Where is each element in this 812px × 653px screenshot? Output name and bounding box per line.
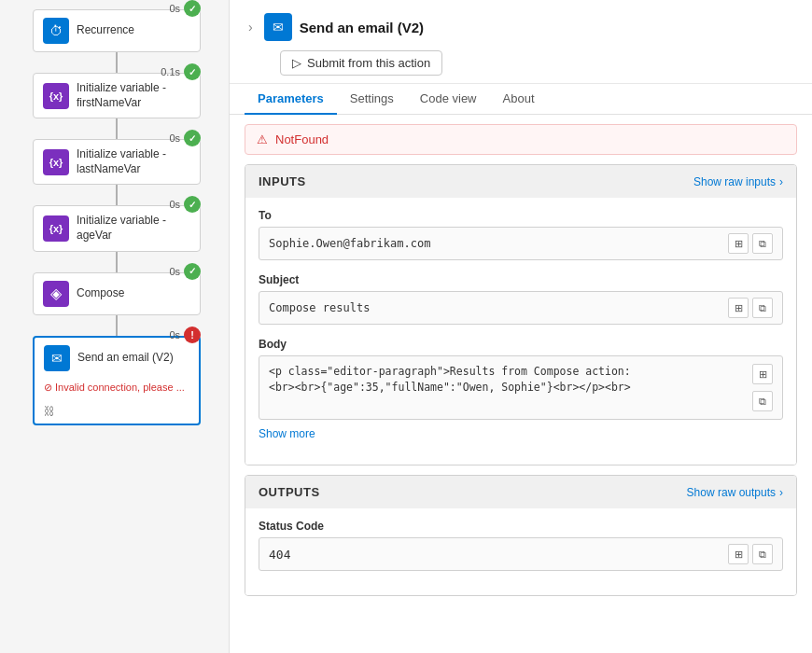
error-circle-icon: ⊘ (44, 382, 52, 394)
field-to-value-row: Sophie.Owen@fabrikam.com ⊞ ⧉ (259, 227, 783, 260)
field-to-table-icon[interactable]: ⊞ (728, 233, 749, 254)
node-recurrence: 0s ✓ ⏱ Recurrence (14, 9, 219, 52)
field-body-table-icon[interactable]: ⊞ (752, 364, 773, 384)
init-firstname-label: Initialize variable - firstNameVar (77, 81, 190, 110)
action-email-icon: ✉ (264, 13, 292, 41)
tabs-bar: Parameters Settings Code view About (230, 84, 812, 115)
node-init-age: 0s ✓ {x} Initialize variable - ageVar (14, 205, 219, 251)
outputs-section-title: OUTPUTS (259, 485, 320, 499)
tab-about[interactable]: About (490, 84, 548, 115)
init-age-label: Initialize variable - ageVar (77, 214, 190, 243)
field-body-copy-icon[interactable]: ⧉ (752, 391, 773, 411)
init-lastname-success-icon: ✓ (184, 130, 201, 146)
not-found-text: NotFound (275, 132, 329, 146)
connector-1 (116, 52, 118, 73)
inputs-section-title: INPUTS (259, 174, 306, 188)
send-email-card[interactable]: ✉ Send an email (V2) ⊘ Invalid connectio… (33, 336, 201, 425)
action-title-row: › ✉ Send an email (V2) (245, 13, 797, 41)
show-raw-outputs-link[interactable]: Show raw outputs › (687, 486, 783, 499)
outputs-section-body: Status Code 404 ⊞ ⧉ (245, 508, 796, 595)
field-status-code-value-row: 404 ⊞ ⧉ (259, 537, 783, 571)
recurrence-success-icon: ✓ (184, 0, 201, 17)
submit-from-action-button[interactable]: ▷ Submit from this action (280, 50, 442, 76)
init-age-var-icon: {x} (43, 215, 69, 242)
tab-settings[interactable]: Settings (337, 84, 407, 115)
warning-triangle-icon: ⚠ (257, 132, 268, 146)
field-to-label: To (259, 209, 783, 222)
field-status-code-copy-icon[interactable]: ⧉ (752, 544, 773, 564)
field-body: Body <p class="editor-paragraph">Results… (259, 338, 783, 440)
connector-3 (116, 185, 118, 205)
field-to: To Sophie.Owen@fabrikam.com ⊞ ⧉ (259, 209, 783, 260)
init-age-time: 0s (169, 199, 180, 210)
init-firstname-var-icon: {x} (43, 83, 69, 109)
recurrence-icon: ⏱ (43, 18, 69, 44)
compose-badge: 0s ✓ (169, 263, 201, 280)
outputs-section: OUTPUTS Show raw outputs › Status Code 4… (245, 475, 797, 596)
tab-parameters[interactable]: Parameters (245, 84, 337, 115)
node-compose: 0s ✓ ◈ Compose (14, 272, 219, 315)
submit-btn-label: Submit from this action (307, 56, 430, 70)
init-lastname-var-icon: {x} (43, 149, 69, 175)
field-body-value-inner: <p class="editor-paragraph">Results from… (269, 364, 773, 411)
init-firstname-success-icon: ✓ (184, 63, 201, 80)
main-content: ⚠ NotFound INPUTS Show raw inputs › To S… (230, 115, 812, 653)
init-lastname-label: Initialize variable - lastNameVar (77, 147, 190, 176)
show-more-link[interactable]: Show more (259, 427, 783, 440)
not-found-banner: ⚠ NotFound (245, 124, 797, 155)
inputs-section: INPUTS Show raw inputs › To Sophie.Owen@… (245, 164, 797, 465)
field-body-icons: ⊞ ⧉ (752, 364, 773, 411)
send-email-error-text: ⊘ Invalid connection, please ... (44, 382, 185, 394)
node-init-firstname: 0.1s ✓ {x} Initialize variable - firstNa… (14, 73, 219, 118)
init-age-success-icon: ✓ (184, 196, 201, 213)
field-status-code-table-icon[interactable]: ⊞ (728, 544, 749, 564)
send-email-time: 0s (169, 329, 180, 340)
show-raw-outputs-chevron: › (779, 486, 783, 499)
action-title: Send an email (V2) (300, 20, 424, 35)
inputs-section-body: To Sophie.Owen@fabrikam.com ⊞ ⧉ Subject … (245, 198, 796, 465)
connector-4 (116, 252, 118, 272)
send-email-badge: 0s ! (169, 326, 201, 343)
error-message: Invalid connection, please ... (55, 382, 185, 393)
send-email-icon: ✉ (44, 345, 70, 371)
field-subject-icons: ⊞ ⧉ (728, 298, 773, 318)
tab-code-view[interactable]: Code view (407, 84, 490, 115)
submit-play-icon: ▷ (292, 56, 301, 70)
flow-canvas: 0s ✓ ⏱ Recurrence 0.1s ✓ {x} Initialize … (0, 0, 229, 653)
field-subject-value: Compose results (269, 301, 721, 314)
field-subject-label: Subject (259, 273, 783, 286)
field-body-label: Body (259, 338, 783, 351)
init-firstname-badge: 0.1s ✓ (161, 63, 201, 80)
outputs-section-header: OUTPUTS Show raw outputs › (245, 476, 796, 508)
compose-label: Compose (77, 286, 124, 301)
field-to-icons: ⊞ ⧉ (728, 233, 773, 254)
init-lastname-badge: 0s ✓ (169, 130, 201, 146)
field-status-code-label: Status Code (259, 520, 783, 533)
connector-5 (116, 315, 118, 336)
compose-success-icon: ✓ (184, 263, 201, 280)
detail-panel: › ✉ Send an email (V2) ▷ Submit from thi… (229, 0, 812, 653)
link-icon: ⛓ (44, 405, 55, 418)
field-status-code-icons: ⊞ ⧉ (728, 544, 773, 564)
field-to-copy-icon[interactable]: ⧉ (752, 233, 773, 254)
recurrence-time: 0s (169, 3, 180, 14)
show-raw-inputs-link[interactable]: Show raw inputs › (693, 175, 783, 188)
field-body-value: <p class="editor-paragraph">Results from… (269, 364, 745, 396)
expand-icon[interactable]: › (245, 18, 257, 36)
show-raw-outputs-label: Show raw outputs (687, 486, 776, 499)
recurrence-badge: 0s ✓ (169, 0, 201, 17)
field-subject-value-row: Compose results ⊞ ⧉ (259, 291, 783, 325)
field-status-code-value: 404 (269, 548, 721, 562)
init-age-badge: 0s ✓ (169, 196, 201, 213)
detail-header: › ✉ Send an email (V2) ▷ Submit from thi… (230, 0, 812, 84)
connector-2 (116, 118, 118, 139)
field-subject-table-icon[interactable]: ⊞ (728, 298, 749, 318)
node-init-lastname: 0s ✓ {x} Initialize variable - lastNameV… (14, 139, 219, 185)
show-raw-inputs-chevron: › (779, 175, 783, 188)
compose-time: 0s (169, 266, 180, 277)
inputs-section-header: INPUTS Show raw inputs › (245, 165, 796, 198)
init-firstname-time: 0.1s (161, 66, 180, 77)
field-subject: Subject Compose results ⊞ ⧉ (259, 273, 783, 325)
compose-icon: ◈ (43, 281, 69, 307)
field-subject-copy-icon[interactable]: ⧉ (752, 298, 773, 318)
